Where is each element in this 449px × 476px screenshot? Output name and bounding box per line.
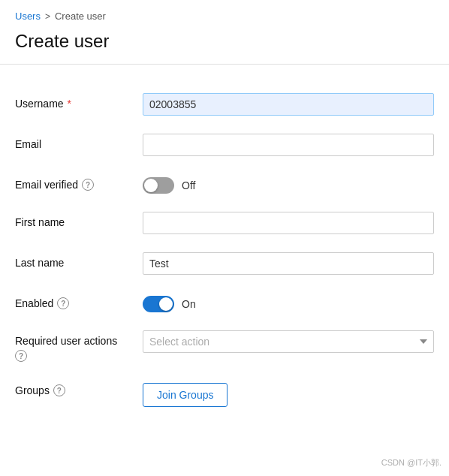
email-verified-toggle-container: Off bbox=[143, 174, 434, 194]
username-input[interactable] bbox=[143, 93, 434, 116]
enabled-state-label: On bbox=[182, 298, 196, 310]
email-row: Email bbox=[15, 125, 434, 165]
email-verified-toggle[interactable] bbox=[143, 177, 174, 194]
username-control bbox=[143, 93, 434, 116]
first-name-label: First name bbox=[15, 212, 143, 228]
required-actions-select[interactable]: Select action bbox=[143, 330, 434, 353]
first-name-row: First name bbox=[15, 203, 434, 243]
divider bbox=[0, 64, 449, 65]
breadcrumb-current: Create user bbox=[55, 11, 106, 22]
enabled-label: Enabled ? bbox=[15, 293, 143, 309]
enabled-help-icon[interactable]: ? bbox=[57, 297, 69, 309]
enabled-toggle-container: On bbox=[143, 293, 434, 312]
email-control bbox=[143, 134, 434, 156]
first-name-control bbox=[143, 212, 434, 234]
email-verified-help-icon[interactable]: ? bbox=[82, 179, 94, 191]
groups-control: Join Groups bbox=[143, 380, 434, 407]
required-actions-label-container: Required user actions ? bbox=[15, 330, 143, 362]
first-name-input[interactable] bbox=[143, 212, 434, 234]
username-label: Username * bbox=[15, 93, 143, 110]
breadcrumb-separator: > bbox=[45, 11, 50, 22]
email-input[interactable] bbox=[143, 134, 434, 156]
form-container: Username * Email Email verified ? Off bbox=[0, 72, 449, 431]
watermark: CSDN @IT小郭. bbox=[381, 457, 441, 468]
required-star: * bbox=[68, 98, 71, 110]
enabled-toggle[interactable] bbox=[143, 296, 174, 312]
groups-row: Groups ? Join Groups bbox=[15, 371, 434, 416]
page-title: Create user bbox=[0, 28, 449, 64]
groups-help-icon[interactable]: ? bbox=[53, 384, 65, 396]
enabled-control: On bbox=[143, 293, 434, 312]
breadcrumb-users-link[interactable]: Users bbox=[15, 11, 41, 22]
last-name-control bbox=[143, 252, 434, 275]
required-actions-help-icon[interactable]: ? bbox=[15, 350, 27, 362]
email-verified-control: Off bbox=[143, 174, 434, 194]
enabled-row: Enabled ? On bbox=[15, 284, 434, 321]
required-actions-label: Required user actions bbox=[15, 335, 143, 347]
last-name-label: Last name bbox=[15, 252, 143, 269]
last-name-input[interactable] bbox=[143, 252, 434, 275]
join-groups-button[interactable]: Join Groups bbox=[143, 383, 228, 407]
email-verified-slider bbox=[143, 177, 174, 194]
groups-label: Groups ? bbox=[15, 380, 143, 396]
email-verified-state-label: Off bbox=[182, 179, 195, 191]
enabled-slider bbox=[143, 296, 174, 312]
email-verified-row: Email verified ? Off bbox=[15, 165, 434, 203]
required-actions-row: Required user actions ? Select action bbox=[15, 321, 434, 371]
username-row: Username * bbox=[15, 84, 434, 125]
email-verified-label: Email verified ? bbox=[15, 174, 143, 191]
breadcrumb: Users > Create user bbox=[0, 0, 449, 28]
email-label: Email bbox=[15, 134, 143, 150]
required-actions-control: Select action bbox=[143, 330, 434, 353]
last-name-row: Last name bbox=[15, 243, 434, 284]
